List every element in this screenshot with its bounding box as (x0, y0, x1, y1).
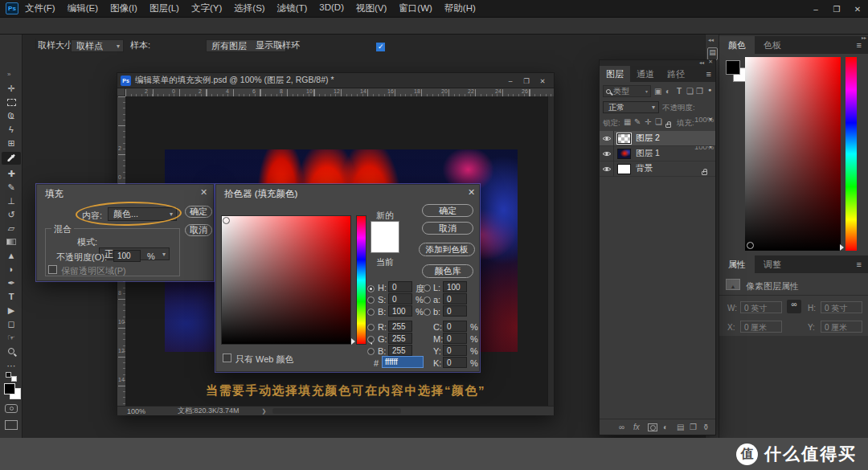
hue-slider-left-arrow[interactable] (351, 338, 355, 345)
menu-edit[interactable]: 编辑(E) (68, 2, 98, 14)
delete-layer-icon[interactable]: ⚱ (702, 423, 709, 431)
tab-adjustments[interactable]: 调整 (755, 255, 790, 273)
picker-dialog-close-icon[interactable]: ✕ (468, 187, 475, 198)
layer2-thumbnail[interactable] (617, 133, 631, 144)
pen-tool[interactable]: ✒ (2, 276, 21, 289)
screen-mode-button[interactable] (5, 420, 18, 430)
l-radio[interactable] (424, 284, 431, 292)
b-radio[interactable] (367, 309, 375, 316)
b2-radio[interactable] (367, 348, 375, 355)
menu-type[interactable]: 文字(Y) (191, 2, 222, 14)
layer-row-background[interactable]: 背景 (600, 161, 715, 177)
link-layers-icon[interactable]: ∞ (619, 423, 624, 431)
filter-smartobject-icon[interactable]: ❐ (696, 87, 703, 96)
history-brush-tool[interactable]: ↺ (2, 208, 21, 221)
toolbar-collapse-icon[interactable]: » (7, 71, 10, 78)
background-visibility-eye-icon[interactable] (600, 161, 614, 177)
filter-shape-icon[interactable]: ❏ (686, 87, 694, 96)
h-dim-field[interactable]: 0 英寸 (821, 301, 862, 313)
b-field[interactable]: 100 (388, 305, 412, 317)
tab-swatches[interactable]: 色板 (755, 36, 790, 54)
link-dimensions-icon[interactable]: ∞ (787, 300, 801, 313)
foreground-color-swatch[interactable] (4, 383, 15, 394)
y-pos-field[interactable]: 0 厘米 (821, 321, 862, 333)
layer1-visibility-eye-icon[interactable] (600, 146, 614, 161)
h-radio[interactable] (367, 285, 375, 292)
hand-tool[interactable]: ☞ (2, 331, 21, 344)
a-field[interactable]: 0 (443, 293, 467, 304)
layers-menu-icon[interactable]: ≡ (706, 69, 711, 79)
picker-cancel-button[interactable]: 取消 (422, 222, 473, 235)
fill-cancel-button[interactable]: 取消 (185, 224, 212, 236)
adjustment-layer-icon[interactable]: ◐ (663, 423, 668, 431)
zoom-tool[interactable] (2, 345, 21, 358)
color-libraries-button[interactable]: 颜色库 (422, 264, 473, 278)
eyedropper-tool-selected[interactable] (2, 152, 21, 165)
menu-file[interactable]: 文件(F) (25, 2, 55, 14)
ruler-origin-box[interactable] (117, 88, 125, 96)
web-colors-only-checkbox[interactable] (223, 354, 231, 362)
w-field[interactable]: 0 英寸 (740, 301, 782, 313)
quick-mask-button[interactable] (5, 404, 18, 413)
r-radio[interactable] (367, 324, 375, 331)
menu-select[interactable]: 选择(S) (234, 2, 264, 14)
app-close-button[interactable]: ✕ (847, 5, 868, 14)
s-radio[interactable] (367, 296, 375, 304)
app-maximize-button[interactable]: ❐ (826, 5, 847, 14)
dock-collapse-icon[interactable]: ◂◂ (708, 37, 714, 43)
panel-color-field[interactable] (745, 57, 841, 251)
layers-close-icon[interactable]: ✕ (708, 59, 713, 65)
layer-filter-dropdown[interactable]: 类型 ▾ (603, 85, 651, 97)
r-field[interactable]: 255 (388, 321, 412, 332)
layer-row-2[interactable]: 图层 2 (600, 131, 715, 146)
b-lab-radio[interactable] (424, 309, 431, 316)
g-field[interactable]: 255 (388, 333, 412, 344)
panel-hue-marker[interactable] (840, 244, 844, 251)
color-field[interactable] (221, 215, 351, 345)
lasso-tool[interactable]: Ҩ (2, 109, 21, 122)
l-field[interactable]: 100 (443, 281, 467, 292)
color-field-cursor[interactable] (223, 217, 230, 224)
layer-mask-icon[interactable] (648, 423, 657, 433)
edit-toolbar-icon[interactable]: ⋯ (2, 359, 21, 372)
properties-panel-menu-icon[interactable]: ≡ (857, 260, 862, 269)
sample-size-dropdown[interactable]: 取样点 (71, 39, 124, 52)
lock-artboard-icon[interactable]: ❏ (655, 117, 662, 126)
add-to-swatches-button[interactable]: 添加到色板 (419, 243, 475, 256)
layer-row-1[interactable]: 图层 1 (600, 146, 715, 161)
clone-stamp-tool[interactable]: ⊥ (2, 194, 21, 207)
doc-minimize-button[interactable]: – (502, 77, 518, 85)
background-thumbnail[interactable] (617, 164, 631, 174)
lock-pixels-icon[interactable]: ✎ (634, 117, 641, 126)
blend-mode-dropdown[interactable]: 正常 (603, 101, 659, 113)
k-field[interactable]: 0 (443, 357, 467, 368)
doc-maximize-button[interactable]: ❐ (518, 77, 534, 85)
tab-layers[interactable]: 图层 (600, 66, 630, 82)
brush-tool[interactable]: ✎ (2, 181, 21, 194)
horizontal-scrollbar[interactable] (272, 408, 401, 414)
g-radio[interactable] (367, 336, 375, 343)
hex-field[interactable]: ffffff (382, 356, 424, 368)
b-lab-field[interactable]: 0 (443, 305, 467, 317)
vertical-scrollbar[interactable] (547, 96, 554, 406)
tab-channels[interactable]: 通道 (630, 66, 661, 82)
default-colors-icon[interactable] (11, 376, 17, 382)
shape-tool[interactable]: ◻ (2, 317, 21, 330)
doc-close-button[interactable]: ✕ (534, 77, 551, 85)
quick-selection-tool[interactable]: ϟ (2, 123, 21, 136)
preserve-transparency-checkbox[interactable] (48, 265, 57, 274)
layers-collapse-icon[interactable]: ◂◂ (699, 59, 704, 65)
panel-foreground-swatch[interactable] (726, 60, 740, 75)
blur-tool[interactable]: ▲ (2, 249, 21, 262)
layers-opacity-dropdown[interactable]: 100% (693, 113, 715, 125)
menu-window[interactable]: 窗口(W) (399, 2, 432, 14)
background-name[interactable]: 背景 (636, 163, 653, 174)
layer-group-icon[interactable]: ▤ (677, 423, 684, 431)
fill-opacity-field[interactable]: 100 (113, 250, 141, 262)
document-titlebar[interactable]: Ps 编辑菜单的填充实例.psd @ 100% (图层 2, RGB/8#) *… (117, 73, 554, 88)
healing-brush-tool[interactable]: ✚ (2, 167, 21, 180)
filter-pixel-icon[interactable]: ▣ (654, 87, 661, 96)
type-tool[interactable]: T (2, 290, 21, 303)
dock-expand-icon[interactable]: ▸▸ (862, 35, 866, 40)
panel-color-cursor[interactable] (747, 242, 754, 249)
